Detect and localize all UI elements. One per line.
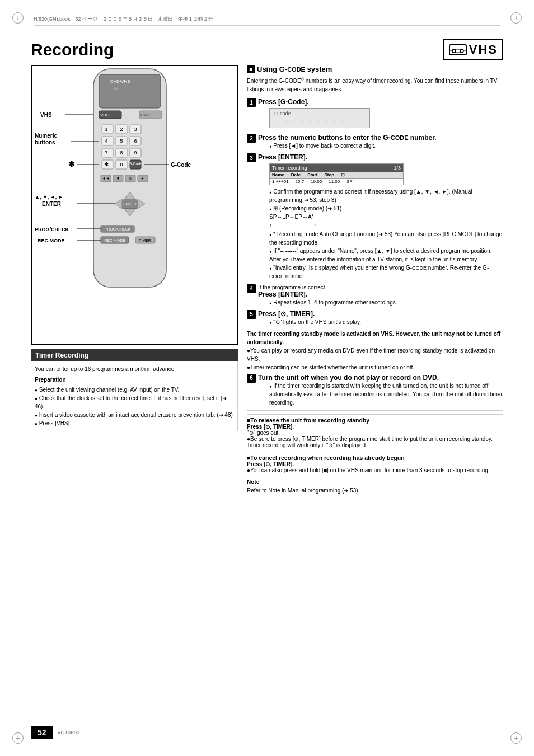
- step-2-num: 2: [247, 134, 256, 143]
- step-6-sub: If the timer recording is started with k…: [269, 382, 503, 407]
- step-2-bullet-1: Press [◄] to move back to correct a digi…: [269, 142, 503, 150]
- step-5-label: Press [⊙, TIMER].: [258, 310, 315, 318]
- timer-table-title: Timer recording: [272, 165, 307, 171]
- step-2-content: Press the numeric buttons to enter the G…: [258, 134, 503, 150]
- svg-text:Numeric: Numeric: [35, 133, 57, 139]
- prep-item-2: Check that the clock is set to the corre…: [35, 394, 234, 411]
- step-5-content: Press [⊙, TIMER]. "⊙" lights on the VHS …: [258, 310, 503, 326]
- timer-table-row: 1 +++01 20.7 10:00 11:00 SP: [270, 179, 403, 185]
- gcode-intro: Entering the G-CODE® numbers is an easy …: [247, 77, 503, 93]
- step-1-content: Press [G-Code]. G-code _ - - - - - - - -: [258, 98, 503, 130]
- note-title: Note: [247, 478, 503, 486]
- step-6: 6 Turn the unit off when you do not play…: [247, 374, 503, 407]
- svg-text:ENTER: ENTER: [42, 201, 62, 207]
- svg-text:7: 7: [105, 150, 107, 156]
- release-press: Press [⊙, TIMER].: [247, 424, 503, 430]
- step-3-num: 3: [247, 153, 256, 162]
- step-5: 5 Press [⊙, TIMER]. "⊙" lights on the VH…: [247, 310, 503, 326]
- step-1: 1 Press [G-Code]. G-code _ - - - - - - -…: [247, 98, 503, 130]
- divider-1: [247, 410, 503, 411]
- step-4-num: 4: [247, 284, 256, 293]
- step-3-label: Press [ENTER].: [258, 153, 307, 161]
- svg-text:✱: ✱: [104, 161, 109, 167]
- svg-text:▲, ▼, ◄, ►: ▲, ▼, ◄, ►: [35, 194, 63, 200]
- step-5-num: 5: [247, 310, 256, 319]
- gcode-display-label: G-code: [274, 111, 365, 116]
- corner-top-left: [12, 12, 24, 24]
- vhs-logo: VHS: [443, 39, 503, 60]
- step-4-bullet: Repeat steps 1–4 to programme other reco…: [269, 298, 503, 307]
- svg-text:4: 4: [105, 138, 107, 144]
- page-footer: 52 VQT0P03: [31, 726, 503, 739]
- svg-text:II: II: [129, 176, 132, 180]
- svg-rect-5: [456, 49, 460, 53]
- right-column: ■ Using G-CODE system Entering the G-COD…: [247, 65, 503, 495]
- standby-bullet-2: ●Timer recording can be started whether …: [247, 363, 503, 372]
- step-5-sub: "⊙" lights on the VHS unit's display.: [269, 318, 503, 326]
- using-gcode-label: Using G-CODE system: [257, 65, 332, 73]
- svg-text:ENTER: ENTER: [123, 202, 137, 206]
- svg-text:◄◄: ◄◄: [102, 176, 110, 180]
- release-goes-out: "⊙" goes out.: [247, 430, 503, 436]
- svg-point-2: [460, 49, 463, 53]
- svg-text:3: 3: [134, 126, 137, 132]
- step-3: 3 Press [ENTER]. Timer recording 1/3 Nam…: [247, 153, 503, 281]
- note-text: Refer to Note in Manual programming (➜ 5…: [247, 486, 503, 495]
- step-1-label: Press [G-Code].: [258, 98, 309, 106]
- section-icon: ■: [247, 65, 255, 73]
- svg-text:G-Code: G-Code: [171, 162, 191, 168]
- release-standby: ■To release the unit from recording stan…: [247, 414, 503, 448]
- step-6-bullet: If the timer recording is started with k…: [269, 382, 503, 407]
- standby-note: The timer recording standby mode is acti…: [247, 330, 503, 372]
- standby-bullets: ●You can play or record any media on DVD…: [247, 346, 503, 372]
- svg-text:►: ►: [141, 176, 145, 180]
- release-title: ■To release the unit from recording stan…: [247, 417, 503, 424]
- step-1-num: 1: [247, 98, 256, 107]
- step-3-bullet-4: If "-- ------" appears under "Name", pre…: [269, 247, 503, 264]
- standby-bold: The timer recording standby mode is acti…: [247, 330, 503, 346]
- step-4: 4 If the programme is correct Press [ENT…: [247, 284, 503, 307]
- note-section: Note Refer to Note in Manual programming…: [247, 478, 503, 495]
- svg-text:VHS: VHS: [100, 112, 110, 118]
- timer-recording-content: You can enter up to 16 programmes a mont…: [31, 361, 238, 431]
- svg-text:8: 8: [120, 150, 123, 156]
- remote-svg: DVD/VHS TV VHS DVD 1 2: [32, 66, 238, 345]
- step-5-bullet: "⊙" lights on the VHS unit's display.: [269, 318, 503, 326]
- step-4-pre: If the programme is correct: [258, 284, 503, 290]
- svg-text:TIMER: TIMER: [139, 238, 151, 242]
- preparation-title: Preparation: [35, 375, 234, 384]
- step-3-content: Press [ENTER]. Timer recording 1/3 Name …: [258, 153, 503, 281]
- svg-text:DVD/VHS: DVD/VHS: [110, 79, 130, 84]
- using-gcode-title: ■ Using G-CODE system: [247, 65, 503, 73]
- main-content: Recording VHS: [31, 39, 503, 711]
- gcode-display: G-code _ - - - - - - - -: [269, 108, 370, 128]
- cancel-bullets: ●You can also press and hold [■] on the …: [247, 467, 503, 473]
- step-3-bullet-1: Confirm the programme and correct it if …: [269, 187, 503, 204]
- svg-text:buttons: buttons: [35, 139, 55, 145]
- standby-bullet-1: ●You can play or record any media on DVD…: [247, 346, 503, 363]
- corner-bottom-left: [12, 732, 24, 744]
- timer-table-columns: Name Date Start Stop ⊞: [270, 172, 403, 179]
- step-6-label: Turn the unit off when you do not play o…: [258, 374, 439, 382]
- step-2-sub: Press [◄] to move back to correct a digi…: [269, 142, 503, 150]
- vhs-text: VHS: [469, 43, 498, 57]
- svg-text:9: 9: [134, 150, 137, 156]
- cancel-recording: ■To cancel recording when recording has …: [247, 452, 503, 473]
- step-4-content: If the programme is correct Press [ENTER…: [258, 284, 503, 307]
- release-bullet: ●Be sure to press [⊙, TIMER] before the …: [247, 436, 503, 448]
- step-2: 2 Press the numeric buttons to enter the…: [247, 134, 503, 150]
- remote-area: DVD/VHS TV VHS DVD 1 2: [31, 65, 238, 345]
- svg-text:✱: ✱: [68, 159, 75, 168]
- timer-table: Timer recording 1/3 Name Date Start Stop…: [269, 163, 404, 185]
- page-title: Recording: [31, 40, 114, 59]
- step-6-content: Turn the unit off when you do not play o…: [258, 374, 503, 407]
- svg-text:0: 0: [120, 162, 123, 167]
- svg-text:TV: TV: [113, 86, 118, 90]
- svg-text:REC MODE: REC MODE: [104, 238, 125, 242]
- svg-text:PROG/CHECK: PROG/CHECK: [35, 227, 69, 232]
- cancel-press: Press [⊙, TIMER].: [247, 461, 503, 467]
- prep-item-1: Select the unit viewing channel (e.g. AV…: [35, 386, 234, 394]
- step-6-num: 6: [247, 374, 256, 383]
- prep-item-3: Insert a video cassette with an intact a…: [35, 411, 234, 419]
- svg-text:1: 1: [105, 126, 107, 132]
